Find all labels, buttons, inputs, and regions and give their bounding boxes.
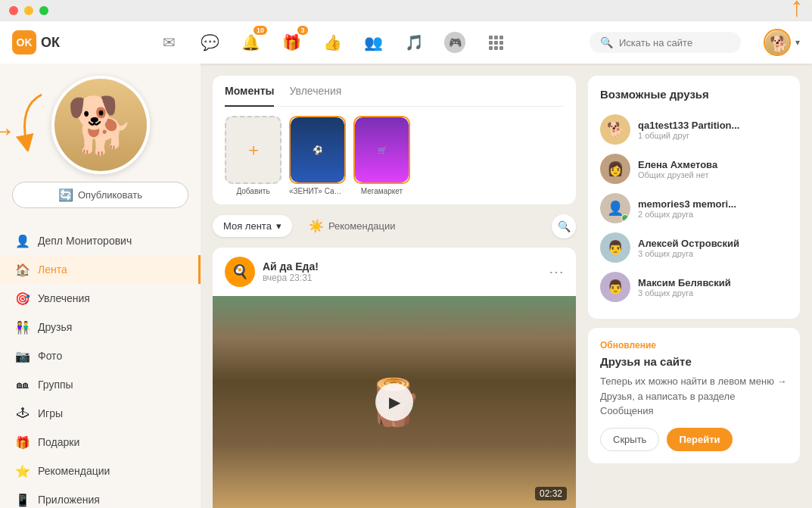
close-dot[interactable] [9,6,18,15]
feed-search-btn[interactable]: 🔍 [552,214,576,238]
email-icon[interactable]: ✉ [155,29,182,56]
groups-icon: 🏘 [15,377,30,392]
maximize-dot[interactable] [39,6,48,15]
post-card: 🍳 Ай да Еда! вчера 23:31 ⋯ 🪵 ▶ 02:32 Сме… [213,248,576,508]
tab-interests[interactable]: Увлечения [289,85,341,100]
friend-mutual-2: Общих друзей нет [638,170,788,179]
recommendations-btn[interactable]: ☀️ Рекомендации [300,213,405,238]
moment-add-btn[interactable]: ＋ [225,116,282,184]
logo-icon: OK [12,30,36,55]
friend-item-2[interactable]: 👩 Елена Ахметова Общих друзей нет [600,149,788,189]
friend-item-5[interactable]: 👨 Максим Белявский 3 общих друга [600,267,788,307]
publish-label: Опубликовать [78,189,142,201]
sidebar-apps-label: Приложения [38,494,100,506]
friend-avatar-4: 👨 [600,232,630,263]
post-more-btn[interactable]: ⋯ [549,263,564,281]
sidebar-item-gifts[interactable]: 🎁 Подарки [0,428,201,457]
recommendations-label: Рекомендации [328,220,396,232]
play-button[interactable]: ▶ [375,383,413,421]
user-avatar-top[interactable]: 🐕 [764,29,791,56]
publish-button[interactable]: 🔄 Опубликовать [12,182,188,208]
friend-name-2: Елена Ахметова [638,159,788,170]
friend-info-4: Алексей Островский 3 общих друга [638,238,788,258]
publish-icon: 🔄 [58,188,73,202]
friend-name-5: Максим Белявский [638,277,788,288]
logo[interactable]: OK ОК [12,30,60,55]
notifications-badge: 10 [254,26,267,35]
profile-icon: 👤 [15,233,30,248]
sidebar-item-photos[interactable]: 📷 Фото [0,341,201,370]
search-input[interactable] [619,37,725,48]
likes-nav-icon[interactable]: 👍 [319,29,346,56]
video-duration: 02:32 [535,487,567,500]
profile-avatar[interactable]: 🐕 [51,76,150,174]
update-title: Друзья на сайте [600,355,788,368]
update-card: Обновление Друзья на сайте Теперь их мож… [588,328,800,463]
feed-icon: 🏠 [15,262,30,277]
plus-icon: ＋ [245,139,262,161]
sidebar-photos-label: Фото [38,350,62,362]
chat-icon[interactable]: 💬 [196,29,223,56]
post-author[interactable]: Ай да Еда! [263,260,541,273]
right-panel: Возможные друзья 🐕 qa1test133 Partition.… [588,76,800,496]
moment-megamarket-img: 🛒 [353,116,410,184]
dog-avatar-image: 🐕 [54,79,147,171]
gifts-nav-icon[interactable]: 🎁 3 [278,29,305,56]
update-text: Теперь их можно найти в левом меню → Дру… [600,374,788,419]
friend-item-3[interactable]: 👤 memories3 memori... 2 общих друга [600,189,788,228]
recommendations-icon: ⭐ [15,463,30,478]
moment-add-item[interactable]: ＋ Добавить [225,116,282,195]
games-nav-icon[interactable]: 🎮 [441,29,468,56]
post-time: вчера 23:31 [263,273,541,283]
music-nav-icon[interactable]: 🎵 [400,29,428,56]
sidebar-item-recommendations[interactable]: ⭐ Рекомендации [0,457,201,485]
hide-button[interactable]: Скрыть [600,428,659,451]
friend-info-1: qa1test133 Partition... 1 общий друг [638,120,788,140]
moment-zenit-img: ⚽ [289,116,346,184]
friend-avatar-2: 👩 [600,154,630,184]
main-layout: ← 🐕 🔄 Опубликовать 👤 Деп [0,64,812,508]
friend-info-5: Максим Белявский 3 общих друга [638,277,788,298]
nav-menu: 👤 Депл Мониторович 🏠 Лента 🎯 Увлечения 👫… [0,226,201,508]
update-actions: Скрыть Перейти [600,428,788,451]
search-bar[interactable]: 🔍 [590,32,741,53]
sidebar-item-games[interactable]: 🕹 Игры [0,399,201,428]
tab-moments[interactable]: Моменты [225,85,274,107]
sidebar-friends-label: Друзья [38,321,72,333]
sidebar-item-feed[interactable]: 🏠 Лента [0,255,201,284]
friend-item-1[interactable]: 🐕 qa1test133 Partition... 1 общий друг [600,110,788,149]
goto-button[interactable]: Перейти [667,428,732,451]
sidebar-item-groups[interactable]: 🏘 Группы [0,370,201,399]
games-sidebar-icon: 🕹 [15,406,30,421]
moment-zenit[interactable]: ⚽ «ЗЕНИТ» Санкт- [289,116,346,195]
sidebar: ← 🐕 🔄 Опубликовать 👤 Деп [0,64,201,508]
minimize-dot[interactable] [24,6,33,15]
logo-text: ОК [41,35,60,51]
sidebar-gifts-label: Подарки [38,436,79,448]
grid-nav-icon[interactable] [482,29,509,56]
notifications-icon[interactable]: 🔔 10 [237,29,264,56]
apps-icon: 📱 [15,492,30,507]
moment-megamarket[interactable]: 🛒 Мегамаркет [353,116,410,195]
feed-dropdown[interactable]: Моя лента ▾ [213,215,292,237]
sidebar-groups-label: Группы [38,379,73,391]
sidebar-item-apps[interactable]: 📱 Приложения [0,485,201,508]
moments-items: ＋ Добавить ⚽ «ЗЕНИТ» Санкт- 🛒 [225,116,564,195]
gifts-badge: 3 [297,26,308,35]
chevron-down-icon: ▾ [276,220,282,232]
sidebar-item-profile[interactable]: 👤 Депл Мониторович [0,226,201,255]
friends-nav-icon[interactable]: 👥 [359,29,387,56]
nav-icons: ✉ 💬 🔔 10 🎁 3 👍 👥 🎵 🎮 [90,29,574,56]
post-image[interactable]: 🪵 ▶ 02:32 [213,296,576,508]
friend-avatar-5: 👨 [600,272,630,302]
gifts-sidebar-icon: 🎁 [15,435,30,450]
post-header: 🍳 Ай да Еда! вчера 23:31 ⋯ [213,248,576,296]
user-menu-chevron[interactable]: ▾ [795,37,800,48]
friend-item-4[interactable]: 👨 Алексей Островский 3 общих друга [600,228,788,267]
friend-name-3: memories3 memori... [638,198,788,210]
possible-friends-title: Возможные друзья [600,88,788,101]
sidebar-item-interests[interactable]: 🎯 Увлечения [0,284,201,313]
sidebar-item-friends[interactable]: 👫 Друзья [0,313,201,341]
arrow-left-annotation: ← [0,117,16,149]
arrow-diagonal-annotation [4,91,49,154]
